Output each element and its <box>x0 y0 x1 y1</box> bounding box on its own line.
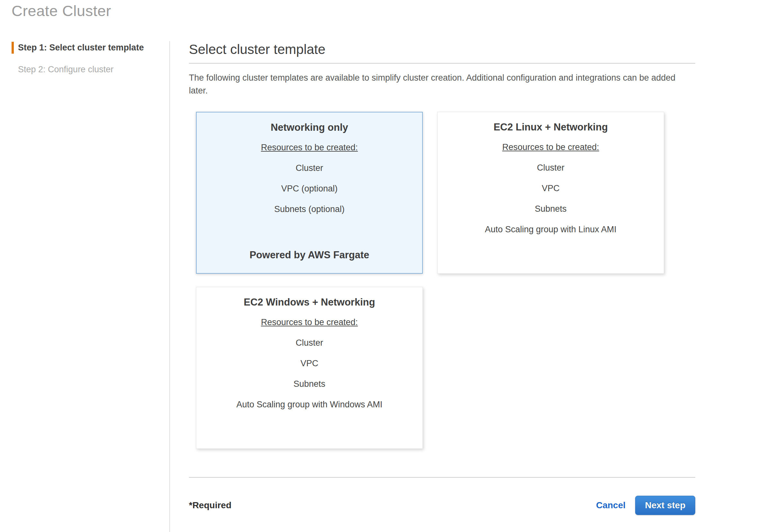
card-resource-item: Cluster <box>295 337 323 348</box>
card-title: EC2 Windows + Networking <box>244 296 375 309</box>
section-heading: Select cluster template <box>189 41 695 58</box>
card-title: Networking only <box>271 121 348 134</box>
main-content: Select cluster template The following cl… <box>189 41 695 515</box>
card-resource-item: Cluster <box>295 163 323 174</box>
wizard-footer: *Required Cancel Next step <box>189 496 695 515</box>
card-resource-item: VPC <box>300 358 318 369</box>
step-1-select-cluster-template[interactable]: Step 1: Select cluster template <box>11 42 156 54</box>
footer-actions: Cancel Next step <box>596 496 695 515</box>
cancel-button[interactable]: Cancel <box>596 500 626 510</box>
template-card-ec2-windows-networking[interactable]: EC2 Windows + Networking Resources to be… <box>196 287 423 449</box>
required-note: *Required <box>189 500 231 510</box>
card-resource-item: Subnets <box>293 379 325 389</box>
next-step-button[interactable]: Next step <box>635 496 695 515</box>
template-card-networking-only[interactable]: Networking only Resources to be created:… <box>196 112 423 274</box>
footer-rule <box>189 477 695 478</box>
card-resource-item: Cluster <box>537 162 565 173</box>
card-title: EC2 Linux + Networking <box>494 121 608 133</box>
card-resources-label: Resources to be created: <box>261 142 358 153</box>
card-resource-item: Auto Scaling group with Windows AMI <box>237 399 383 410</box>
card-resource-item: Subnets (optional) <box>274 204 345 215</box>
card-resource-item: VPC <box>542 183 560 194</box>
card-resource-item: Auto Scaling group with Linux AMI <box>485 224 616 235</box>
heading-rule <box>189 63 695 64</box>
template-cards: Networking only Resources to be created:… <box>196 112 695 449</box>
page-title: Create Cluster <box>11 2 111 20</box>
card-resource-item: Subnets <box>535 203 566 214</box>
card-resource-item: VPC (optional) <box>281 183 338 194</box>
step-2-configure-cluster: Step 2: Configure cluster <box>11 64 156 75</box>
vertical-divider <box>169 41 170 532</box>
wizard-steps: Step 1: Select cluster template Step 2: … <box>11 42 156 75</box>
section-description: The following cluster templates are avai… <box>189 71 695 97</box>
card-footnote: Powered by AWS Fargate <box>250 249 369 261</box>
card-resources-label: Resources to be created: <box>502 142 599 152</box>
template-card-ec2-linux-networking[interactable]: EC2 Linux + Networking Resources to be c… <box>437 112 664 274</box>
card-resources-label: Resources to be created: <box>261 317 358 328</box>
